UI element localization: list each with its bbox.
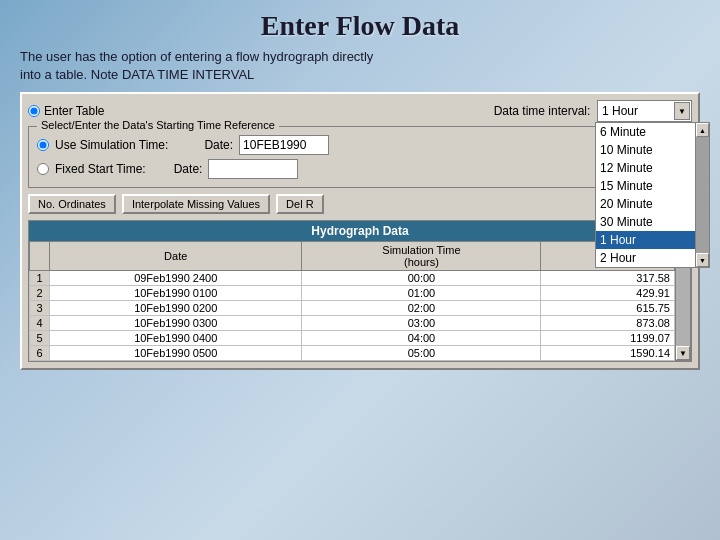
cell-simtime: 00:00 xyxy=(302,271,541,286)
cell-simtime: 03:00 xyxy=(302,316,541,331)
use-sim-time-label: Use Simulation Time: xyxy=(55,138,168,152)
cell-date: 10Feb1990 0200 xyxy=(50,301,302,316)
cell-date: 09Feb1990 2400 xyxy=(50,271,302,286)
date-label-1: Date: xyxy=(204,138,233,152)
no-ordinates-button[interactable]: No. Ordinates xyxy=(28,194,116,214)
table-header-bar: Hydrograph Data xyxy=(29,221,691,241)
time-reference-group: Select/Enter the Data's Starting Time Re… xyxy=(28,126,692,188)
description: The user has the option of entering a fl… xyxy=(20,48,700,84)
scroll-down-btn[interactable]: ▼ xyxy=(696,253,709,267)
scroll-track xyxy=(696,137,709,253)
data-table: Date Simulation Time(hours) Flow(cfs) 1 … xyxy=(29,241,675,361)
table-row[interactable]: 5 10Feb1990 0400 04:00 1199.07 xyxy=(30,331,675,346)
interval-dropdown-container: 1 Hour ▼ 6 Minute 10 Minute 12 Minute 15… xyxy=(597,100,692,122)
dialog-box: Enter Table Data time interval: 1 Hour ▼… xyxy=(20,92,700,370)
table-row[interactable]: 1 09Feb1990 2400 00:00 317.58 xyxy=(30,271,675,286)
sim-date-input[interactable] xyxy=(239,135,329,155)
table-row[interactable]: 3 10Feb1990 0200 02:00 615.75 xyxy=(30,301,675,316)
main-content: Enter Flow Data The user has the option … xyxy=(0,0,720,370)
data-time-label: Data time interval: xyxy=(494,104,591,118)
cell-simtime: 04:00 xyxy=(302,331,541,346)
cell-rownum: 1 xyxy=(30,271,50,286)
interpolate-button[interactable]: Interpolate Missing Values xyxy=(122,194,270,214)
col-header-date: Date xyxy=(50,242,302,271)
group-box-label: Select/Enter the Data's Starting Time Re… xyxy=(37,119,279,131)
dropdown-display[interactable]: 1 Hour ▼ xyxy=(597,100,692,122)
hydrograph-table-section: Hydrograph Data Date Simulation Time(hou… xyxy=(28,220,692,362)
table-scroll-area: Date Simulation Time(hours) Flow(cfs) 1 … xyxy=(29,241,691,361)
fixed-time-row: Fixed Start Time: Date: xyxy=(37,159,683,179)
option-20min[interactable]: 20 Minute xyxy=(596,195,709,213)
cell-rownum: 6 xyxy=(30,346,50,361)
scroll-up-btn[interactable]: ▲ xyxy=(696,123,709,137)
cell-simtime: 02:00 xyxy=(302,301,541,316)
cell-rownum: 2 xyxy=(30,286,50,301)
option-1hr[interactable]: 1 Hour xyxy=(596,231,709,249)
table-row[interactable]: 2 10Feb1990 0100 01:00 429.91 xyxy=(30,286,675,301)
enter-table-label: Enter Table xyxy=(44,104,105,118)
cell-simtime: 05:00 xyxy=(302,346,541,361)
use-sim-time-radio[interactable] xyxy=(37,139,49,151)
fixed-date-input[interactable] xyxy=(208,159,298,179)
interval-dropdown-list: 6 Minute 10 Minute 12 Minute 15 Minute 2… xyxy=(595,122,710,268)
date-label-2: Date: xyxy=(174,162,203,176)
table-row[interactable]: 6 10Feb1990 0500 05:00 1590.14 xyxy=(30,346,675,361)
cell-date: 10Feb1990 0500 xyxy=(50,346,302,361)
sim-time-row: Use Simulation Time: Date: xyxy=(37,135,683,155)
cell-flow: 317.58 xyxy=(541,271,675,286)
cell-flow: 873.08 xyxy=(541,316,675,331)
fixed-start-radio[interactable] xyxy=(37,163,49,175)
cell-date: 10Feb1990 0400 xyxy=(50,331,302,346)
cell-simtime: 01:00 xyxy=(302,286,541,301)
desc-line1: The user has the option of entering a fl… xyxy=(20,49,373,64)
action-buttons: No. Ordinates Interpolate Missing Values… xyxy=(28,194,692,214)
del-button[interactable]: Del R xyxy=(276,194,324,214)
cell-date: 10Feb1990 0300 xyxy=(50,316,302,331)
desc-line2: into a table. Note DATA TIME INTERVAL xyxy=(20,67,254,82)
page-title: Enter Flow Data xyxy=(261,10,460,42)
option-15min[interactable]: 15 Minute xyxy=(596,177,709,195)
option-6min[interactable]: 6 Minute xyxy=(596,123,709,141)
cell-rownum: 3 xyxy=(30,301,50,316)
col-header-rownum xyxy=(30,242,50,271)
option-2hr[interactable]: 2 Hour xyxy=(596,249,709,267)
table-row[interactable]: 4 10Feb1990 0300 03:00 873.08 xyxy=(30,316,675,331)
enter-table-radio-label[interactable]: Enter Table xyxy=(28,104,105,118)
dropdown-scrollbar: ▲ ▼ xyxy=(695,123,709,267)
option-10min[interactable]: 10 Minute xyxy=(596,141,709,159)
scroll-down-button[interactable]: ▼ xyxy=(676,346,690,360)
cell-flow: 1199.07 xyxy=(541,331,675,346)
cell-date: 10Feb1990 0100 xyxy=(50,286,302,301)
cell-flow: 1590.14 xyxy=(541,346,675,361)
option-12min[interactable]: 12 Minute xyxy=(596,159,709,177)
option-30min[interactable]: 30 Minute xyxy=(596,213,709,231)
enter-table-radio[interactable] xyxy=(28,105,40,117)
interval-value: 1 Hour xyxy=(597,100,692,122)
scroll-track xyxy=(676,256,690,346)
fixed-start-label: Fixed Start Time: xyxy=(55,162,146,176)
col-header-simtime: Simulation Time(hours) xyxy=(302,242,541,271)
cell-flow: 615.75 xyxy=(541,301,675,316)
cell-rownum: 5 xyxy=(30,331,50,346)
cell-rownum: 4 xyxy=(30,316,50,331)
cell-flow: 429.91 xyxy=(541,286,675,301)
